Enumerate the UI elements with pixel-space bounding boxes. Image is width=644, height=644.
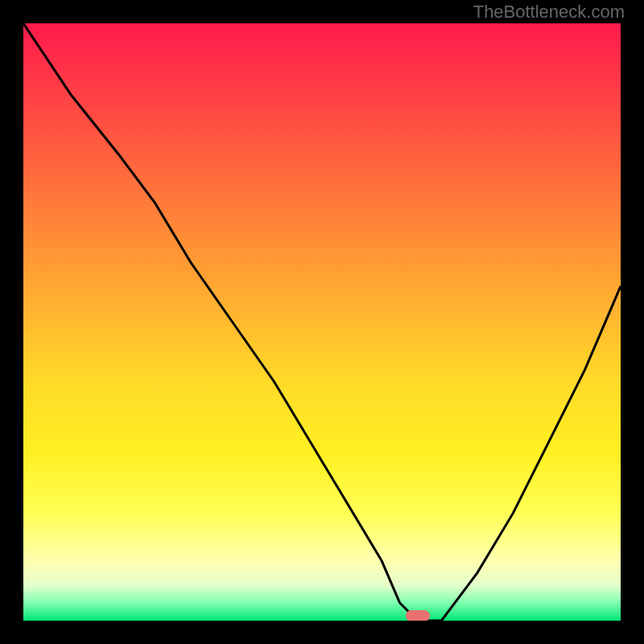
watermark-text: TheBottleneck.com [473,2,625,23]
curve-path [23,23,621,621]
bottleneck-curve [23,23,621,621]
optimal-point-marker [406,610,430,621]
chart-plot-area [23,23,621,621]
